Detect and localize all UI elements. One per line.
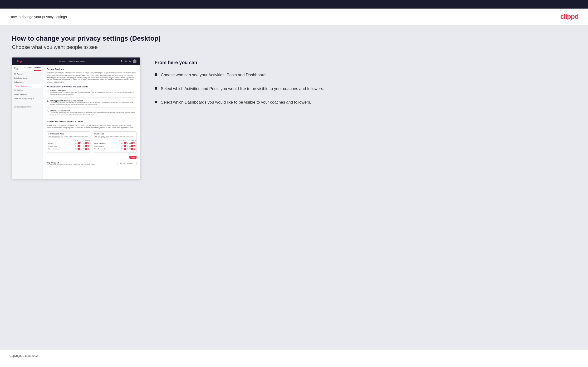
top-bar <box>0 0 588 8</box>
ri-coaches-toggle[interactable] <box>124 145 128 147</box>
mock-tab-profile[interactable]: My Profile <box>14 67 21 71</box>
mock-radio-everyone-desc: Everyone on Clippd can search for you an… <box>50 92 137 95</box>
mock-sidebar-help[interactable]: Help & Support ↗ <box>12 92 43 96</box>
rounds-coaches-toggle-group: ON <box>75 142 81 144</box>
chevron-right-icon: › <box>40 85 40 87</box>
pd-coaches-toggle-group: ON <box>121 142 128 144</box>
ww-followers-toggle-group: ON <box>129 148 135 150</box>
mock-radio-everyone-input[interactable] <box>47 90 49 92</box>
drills-followers-toggle[interactable] <box>85 145 89 147</box>
mock-sidebar-golfbag[interactable]: My Golf Bag › <box>12 88 43 92</box>
mock-radio-everyone[interactable]: Everyone on Clippd Everyone on Clippd ca… <box>47 90 137 98</box>
ww-followers-on-label: ON <box>129 148 131 150</box>
mock-radio-only-you-input[interactable] <box>47 110 49 112</box>
manual-followers-toggle[interactable] <box>85 148 89 150</box>
mock-manual-row: Manual Activities ON ON <box>48 148 89 150</box>
mock-drills-row: Practice Drills ON ON <box>48 145 89 147</box>
mock-who-can-see-title: Who Can See Your Activities and Dashboar… <box>47 86 137 88</box>
drills-coaches-toggle[interactable] <box>78 145 81 147</box>
mock-sidebar-integrations[interactable]: Data Integrations › <box>12 76 43 80</box>
chevron-right-icon: › <box>40 89 40 91</box>
mock-privacy-controls-desc: Control how you and your data appears to… <box>47 72 137 83</box>
dash-coaches-header: COACHES <box>119 140 126 141</box>
rounds-followers-on-label: ON <box>83 142 85 144</box>
pd-coaches-toggle[interactable] <box>124 142 128 144</box>
mock-activities-desc: Select the types of activity that you'd … <box>48 136 89 139</box>
chevron-right-icon: › <box>40 81 40 83</box>
mock-save-button[interactable]: Save <box>130 156 137 159</box>
rounds-followers-toggle[interactable] <box>85 142 89 144</box>
manual-coaches-toggle-group: ON <box>75 148 81 150</box>
avatar <box>133 59 137 63</box>
mock-sidebar-privacy-policy[interactable]: Service & Privacy Policy ↗ <box>12 96 43 101</box>
bullet-square-3 <box>155 101 157 103</box>
settings-icon: ⚙ <box>129 60 131 62</box>
drills-coaches-toggle-group: ON <box>75 145 81 147</box>
bullet-square-1 <box>155 73 157 76</box>
mock-nav-icons: 🔍 ⊞ ⚙ <box>121 59 137 63</box>
mock-sidebar-items: My Account › Data Integrations › Subscri… <box>12 71 43 102</box>
mock-radio-followers-input[interactable] <box>47 100 49 102</box>
ri-followers-toggle[interactable] <box>131 145 135 147</box>
mock-sidebar-help-label: Help & Support ↗ <box>14 93 27 95</box>
pd-followers-toggle[interactable] <box>131 142 135 144</box>
mock-sidebar-privacy-label: Privacy Controls <box>15 85 27 87</box>
mock-what-to-work-row: What To Work On ON ON <box>95 148 135 150</box>
mock-privacy-controls-title: Privacy Controls <box>47 68 137 70</box>
mock-player-dashboard-row: Player Dashboard ON ON <box>95 142 135 144</box>
mock-sidebar-account[interactable]: My Account › <box>12 72 43 76</box>
main-content: How to change your privacy settings (Des… <box>0 25 588 350</box>
rounds-coaches-toggle[interactable] <box>78 142 81 144</box>
mock-help-content: Help & Support Visit our Clippd communit… <box>47 162 96 165</box>
chevron-right-icon: › <box>40 73 40 75</box>
mock-radio-followers[interactable]: Only Approved Followers and Your Coach O… <box>47 100 137 108</box>
round-insights-label: Round Insights <box>95 145 104 147</box>
mock-rounds-row: Rounds ON ON <box>48 142 89 144</box>
mock-radio-everyone-content: Everyone on Clippd Everyone on Clippd ca… <box>50 90 137 95</box>
mock-tab-connections[interactable]: Connections <box>23 67 32 71</box>
mock-radio-everyone-label: Everyone on Clippd <box>50 90 137 92</box>
mock-sidebar-subscription[interactable]: Subscription › <box>12 80 43 84</box>
bullet-text-2: Select which Activities and Posts you wo… <box>161 86 324 92</box>
page-heading: How to change your privacy settings (Des… <box>12 35 576 42</box>
player-dashboard-toggles: ON ON <box>121 142 135 144</box>
bullet-text-1: Choose who can see your Activities, Post… <box>161 72 267 78</box>
what-to-work-label: What To Work On <box>95 148 106 150</box>
mock-help-title: Help & Support <box>47 162 96 164</box>
mock-activities-toggle-header: COACHES FOLLOWERS <box>48 140 89 141</box>
player-dashboard-label: Player Dashboard <box>95 142 106 144</box>
ww-coaches-toggle[interactable] <box>124 148 128 150</box>
manual-label: Manual Activities <box>48 148 59 150</box>
what-to-work-toggles: ON ON <box>121 148 135 150</box>
mock-radio-only-you[interactable]: Only You and Your Coach Only you and the… <box>47 110 137 118</box>
manual-toggles: ON ON <box>75 148 89 150</box>
chevron-right-icon: › <box>40 77 40 79</box>
mock-sidebar-privacy[interactable]: Privacy Controls › <box>12 84 43 88</box>
ri-coaches-toggle-group: ON <box>121 145 128 147</box>
mock-sidebar-golfbag-label: My Golf Bag <box>14 89 24 91</box>
mock-sidebar-subscription-label: Subscription <box>14 81 24 83</box>
manual-followers-toggle-group: ON <box>83 148 89 150</box>
ww-coaches-toggle-group: ON <box>121 148 128 150</box>
mock-tab-settings[interactable]: Settings <box>34 67 41 71</box>
ww-followers-toggle[interactable] <box>131 148 135 150</box>
mock-main-area: Privacy Controls Control how you and you… <box>43 65 140 179</box>
pd-coaches-on-label: ON <box>121 142 123 144</box>
mock-radio-followers-label: Only Approved Followers and Your Coach <box>50 100 137 102</box>
bullet-text-3: Select which Dashboards you would like t… <box>161 99 311 106</box>
mock-radio-group: Everyone on Clippd Everyone on Clippd ca… <box>47 90 137 118</box>
manual-coaches-toggle[interactable] <box>78 148 81 150</box>
grid-icon: ⊞ <box>125 60 127 62</box>
mock-activities-dashboards: Activities and Posts Select the types of… <box>47 131 137 152</box>
mock-sidebar-tabs: My Profile Connections Settings <box>12 65 43 71</box>
mock-help-section: Help & Support Visit our Clippd communit… <box>47 160 137 165</box>
drills-coaches-on-label: ON <box>75 145 77 147</box>
drills-label: Practice Drills <box>48 145 57 147</box>
pd-followers-on-label: ON <box>129 142 131 144</box>
page-subheading: Choose what you want people to see <box>12 44 576 50</box>
mock-community-button[interactable]: Visit Our Community ↗ <box>118 162 137 165</box>
rounds-label: Rounds <box>48 142 53 144</box>
pd-followers-toggle-group: ON <box>129 142 135 144</box>
mock-activities-box: Activities and Posts Select the types of… <box>47 131 90 152</box>
mock-nav-performance: My Performance <box>69 60 85 62</box>
